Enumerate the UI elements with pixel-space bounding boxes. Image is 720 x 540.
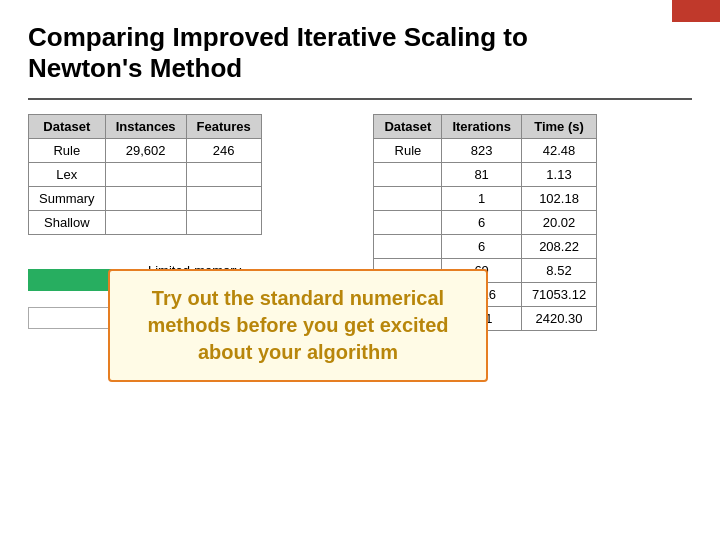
left-row2-dataset: Lex	[29, 163, 106, 187]
table-row: Lex	[29, 163, 262, 187]
right-col-iterations: Iterations	[442, 115, 522, 139]
title-divider	[28, 98, 692, 100]
tooltip-overlay: Try out the standard numerical methods b…	[108, 269, 488, 382]
left-row1-dataset: Rule	[29, 139, 106, 163]
left-row1-instances: 29,602	[105, 139, 186, 163]
tooltip-line3: about your algorithm	[198, 341, 398, 363]
title-line2: Newton's Method	[28, 53, 242, 83]
tooltip-line2: methods before you get excited	[147, 314, 448, 336]
content-area: Dataset Instances Features Rule 29,602 2…	[28, 114, 692, 331]
right-r5-ds	[374, 235, 442, 259]
table-row: Summary	[29, 187, 262, 211]
right-r2-iter: 81	[442, 163, 522, 187]
table-row: 6 20.02	[374, 211, 597, 235]
left-col-features: Features	[186, 115, 261, 139]
right-r3-ds	[374, 187, 442, 211]
left-col-instances: Instances	[105, 115, 186, 139]
right-r8-time: 2420.30	[521, 307, 596, 331]
slide-title: Comparing Improved Iterative Scaling to …	[28, 18, 692, 84]
right-r4-time: 20.02	[521, 211, 596, 235]
left-row4-dataset: Shallow	[29, 211, 106, 235]
right-r3-iter: 1	[442, 187, 522, 211]
right-r7-time: 71053.12	[521, 283, 596, 307]
left-row2-features	[186, 163, 261, 187]
right-r4-iter: 6	[442, 211, 522, 235]
title-line1: Comparing Improved Iterative Scaling to	[28, 22, 528, 52]
right-col-dataset: Dataset	[374, 115, 442, 139]
right-r4-ds	[374, 211, 442, 235]
table-row: Rule 29,602 246	[29, 139, 262, 163]
slide: Comparing Improved Iterative Scaling to …	[0, 0, 720, 540]
right-r1-time: 42.48	[521, 139, 596, 163]
left-col-dataset: Dataset	[29, 115, 106, 139]
table-row: Rule 823 42.48	[374, 139, 597, 163]
right-r2-ds	[374, 163, 442, 187]
table-row: Shallow	[29, 211, 262, 235]
left-row4-features	[186, 211, 261, 235]
right-r3-time: 102.18	[521, 187, 596, 211]
right-r1-iter: 823	[442, 139, 522, 163]
left-row4-instances	[105, 211, 186, 235]
right-col-time: Time (s)	[521, 115, 596, 139]
tooltip-line1: Try out the standard numerical	[152, 287, 444, 309]
tooltip-text: Try out the standard numerical methods b…	[128, 285, 468, 366]
right-r5-iter: 6	[442, 235, 522, 259]
left-row1-features: 246	[186, 139, 261, 163]
right-r5-time: 208.22	[521, 235, 596, 259]
table-row: 81 1.13	[374, 163, 597, 187]
right-r2-time: 1.13	[521, 163, 596, 187]
right-r6-time: 8.52	[521, 259, 596, 283]
left-row2-instances	[105, 163, 186, 187]
top-right-decoration	[672, 0, 720, 22]
left-row3-instances	[105, 187, 186, 211]
left-data-table: Dataset Instances Features Rule 29,602 2…	[28, 114, 262, 235]
table-row: 6 208.22	[374, 235, 597, 259]
left-row3-features	[186, 187, 261, 211]
right-r1-ds: Rule	[374, 139, 442, 163]
table-row: 1 102.18	[374, 187, 597, 211]
left-row3-dataset: Summary	[29, 187, 106, 211]
